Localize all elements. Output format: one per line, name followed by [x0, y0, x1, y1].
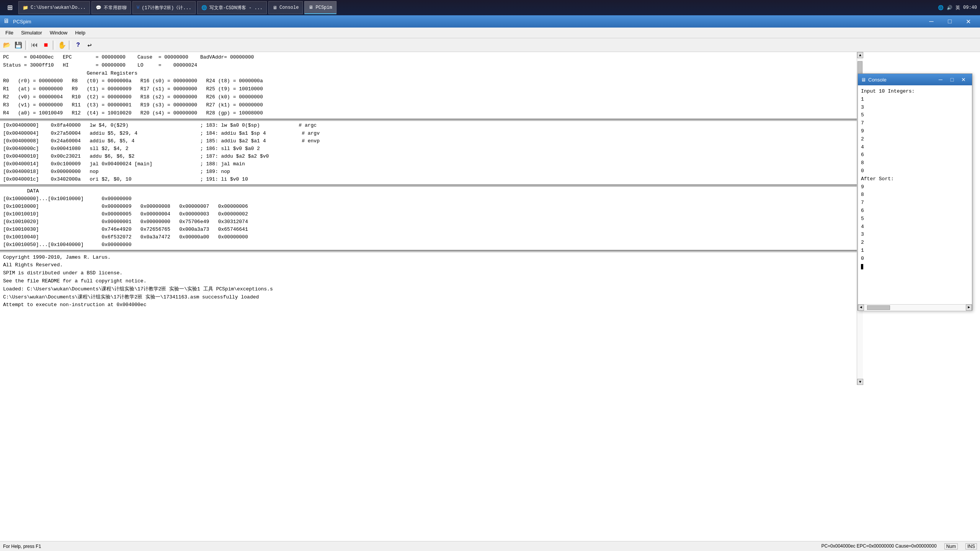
app-icon: 🖥 — [3, 18, 11, 25]
reg-line2: R1 (at) = 00000000 R9 (t1) = 00000009 R1… — [3, 85, 969, 93]
menu-bar: File Simulator Window Help — [0, 28, 980, 38]
log-line2: All Rights Reserved. — [3, 261, 969, 269]
console-maximize-button[interactable]: □ — [947, 75, 957, 84]
stop-button[interactable]: ■ — [41, 40, 51, 51]
code-line6: [0x00400014] 0x0c100009 jal 0x00400024 [… — [3, 160, 969, 168]
ins-indicator[interactable]: INS — [965, 543, 977, 549]
taskbar-btn-browser[interactable]: 🌐 写文章-CSDN博客 - ... — [197, 1, 267, 14]
status-right: PC=0x004000ec EPC=0x00000000 Cause=0x000… — [821, 543, 977, 549]
console-close-button[interactable]: ✕ — [958, 75, 969, 84]
taskbar: ⊞ 📁 C:\Users\wukan\Do... 💬 不常用群聊 W (17计教… — [0, 0, 980, 15]
code-line4: [0x0040000c] 0x00041080 sll $2, $4, 2 ; … — [3, 145, 969, 153]
console-window: 🖥 Console ─ □ ✕ Input 10 Integers: 1 3 5… — [858, 73, 972, 311]
explorer-icon: 📁 — [23, 5, 28, 11]
reset-button[interactable]: ⏮ — [29, 40, 40, 51]
pc-status: PC=0x004000ec EPC=0x00000000 Cause=0x000… — [821, 543, 936, 549]
console-output: Input 10 Integers: 1 3 5 7 9 2 4 6 8 0 A… — [861, 88, 969, 271]
log-line7: Attempt to execute non-instruction at 0x… — [3, 301, 969, 309]
console-scroll-left[interactable]: ◄ — [858, 305, 864, 311]
data-line1: [0x10000000]...[0x10010000] 0x00000000 — [3, 195, 969, 203]
taskbar-btn-console[interactable]: 🖥 Console — [268, 1, 303, 14]
pause-button[interactable]: ✋ — [57, 40, 67, 51]
console-taskbar-icon: 🖥 — [273, 5, 277, 11]
help-button[interactable]: ? — [73, 40, 83, 51]
log-line5: Loaded: C:\Users\wukan\Documents\课程\计组实验… — [3, 285, 969, 293]
reg-header1: PC = 004000ec EPC = 00000000 Cause = 000… — [3, 54, 969, 62]
scroll-up-arrow[interactable]: ▲ — [857, 52, 863, 58]
windows-icon: ⊞ — [7, 3, 12, 13]
content-area: PC = 004000ec EPC = 00000000 Cause = 000… — [0, 52, 980, 541]
undo-button[interactable]: ↩ — [84, 40, 95, 51]
console-title-bar: 🖥 Console ─ □ ✕ — [858, 74, 972, 85]
main-scroll-area[interactable]: PC = 004000ec EPC = 00000000 Cause = 000… — [0, 52, 980, 541]
title-controls: ─ □ ✕ — [923, 16, 977, 27]
data-section: DATA [0x10000000]...[0x10010000] 0x00000… — [0, 187, 972, 251]
keyboard-lang[interactable]: 英 — [956, 5, 960, 11]
taskbar-btn-explorer[interactable]: 📁 C:\Users\wukan\Do... — [18, 1, 90, 14]
log-line1: Copyright 1990-2010, James R. Larus. — [3, 254, 969, 262]
data-line3: [0x10010010] 0x00000005 0x00000004 0x000… — [3, 210, 969, 218]
code-line1: [0x00400000] 0x8fa40000 lw $4, 0($29) ; … — [3, 122, 969, 129]
pcspim-taskbar-icon: 🖥 — [309, 5, 313, 10]
close-button[interactable]: ✕ — [959, 16, 977, 27]
console-icon: 🖥 — [861, 77, 866, 83]
code-line8: [0x0040001c] 0x3402000a ori $2, $0, 10 ;… — [3, 176, 969, 183]
toolbar-separator-3 — [69, 41, 71, 50]
reg-line5: R4 (a0) = 10010049 R12 (t4) = 10010020 R… — [3, 109, 969, 117]
data-line2: [0x10010000] 0x00000009 0x00000008 0x000… — [3, 203, 969, 210]
help-text: For Help, press F1 — [3, 544, 41, 549]
reg-line4: R3 (v1) = 00000000 R11 (t3) = 00000001 R… — [3, 101, 969, 109]
num-indicator[interactable]: Num — [944, 543, 958, 549]
console-title-text: Console — [868, 77, 887, 83]
speaker-icon: 🔊 — [947, 5, 952, 11]
log-line3: SPIM is distributed under a BSD license. — [3, 269, 969, 277]
start-button[interactable]: ⊞ — [3, 1, 17, 14]
console-controls: ─ □ ✕ — [935, 75, 969, 84]
main-window: 🖥 PCSpim ─ □ ✕ File Simulator Window Hel… — [0, 15, 980, 551]
code-line7: [0x00400018] 0x00000000 nop ; 189: nop — [3, 168, 969, 176]
status-bar: For Help, press F1 PC=0x004000ec EPC=0x0… — [0, 541, 980, 551]
code-line3: [0x00400008] 0x24a60004 addiu $6, $5, 4 … — [3, 137, 969, 145]
taskbar-btn-pcspim[interactable]: 🖥 PCSpim — [304, 1, 336, 14]
console-h-track — [864, 305, 966, 311]
scroll-down-arrow[interactable]: ▼ — [857, 379, 863, 385]
data-line7: [0x10010050]...[0x10040000] 0x00000000 — [3, 241, 969, 249]
log-line4: See the file README for a full copyright… — [3, 277, 969, 285]
open-button[interactable]: 📂 — [2, 40, 12, 51]
word-icon: W — [137, 5, 139, 10]
data-line5: [0x10010030] 0x746e4920 0x72656765 0x000… — [3, 226, 969, 233]
reg-header2: Status = 3000ff10 HI = 00000000 LO = 000… — [3, 62, 969, 70]
data-line6: [0x10010040] 0x6f532072 0x0a3a7472 0x000… — [3, 233, 969, 241]
window-title: PCSpim — [13, 19, 31, 24]
clock: 09:40 — [963, 5, 977, 10]
menu-window[interactable]: Window — [46, 28, 71, 37]
taskbar-btn-word[interactable]: W (17计教学2班)《计... — [132, 1, 196, 14]
title-bar: 🖥 PCSpim ─ □ ✕ — [0, 15, 980, 28]
chat-icon: 💬 — [96, 5, 101, 11]
console-scroll-right[interactable]: ► — [966, 305, 972, 311]
code-section: [0x00400000] 0x8fa40000 lw $4, 0($29) ; … — [0, 121, 972, 185]
taskbar-btn-chat[interactable]: 💬 不常用群聊 — [91, 1, 131, 14]
reg-line1: R0 (r0) = 00000000 R8 (t0) = 0000000a R1… — [3, 77, 969, 85]
console-h-thumb[interactable] — [867, 305, 890, 310]
browser-icon: 🌐 — [201, 5, 207, 11]
console-h-scrollbar[interactable]: ◄ ► — [858, 304, 972, 310]
menu-file[interactable]: File — [2, 28, 17, 37]
console-minimize-button[interactable]: ─ — [935, 75, 946, 84]
save-button[interactable]: 💾 — [13, 40, 24, 51]
maximize-button[interactable]: □ — [941, 16, 959, 27]
register-panel: PC = 004000ec EPC = 00000000 Cause = 000… — [0, 52, 972, 119]
log-line6: C:\Users\wukan\Documents\课程\计组实验\17计教学2班… — [3, 293, 969, 302]
system-tray: 🌐 🔊 英 09:40 — [938, 5, 977, 11]
network-icon: 🌐 — [938, 5, 944, 11]
minimize-button[interactable]: ─ — [923, 16, 940, 27]
reg-line3: R2 (v0) = 00000004 R10 (t2) = 00000000 R… — [3, 93, 969, 101]
menu-help[interactable]: Help — [71, 28, 89, 37]
data-header: DATA — [3, 187, 969, 195]
data-line4: [0x10010020] 0x00000001 0x00000000 0x757… — [3, 218, 969, 226]
code-line5: [0x00400010] 0x00c23021 addu $6, $6, $2 … — [3, 153, 969, 160]
reg-header3: General Registers — [3, 70, 969, 78]
toolbar-separator-1 — [25, 41, 28, 50]
log-panel: Copyright 1990-2010, James R. Larus. All… — [0, 252, 972, 541]
menu-simulator[interactable]: Simulator — [17, 28, 46, 37]
